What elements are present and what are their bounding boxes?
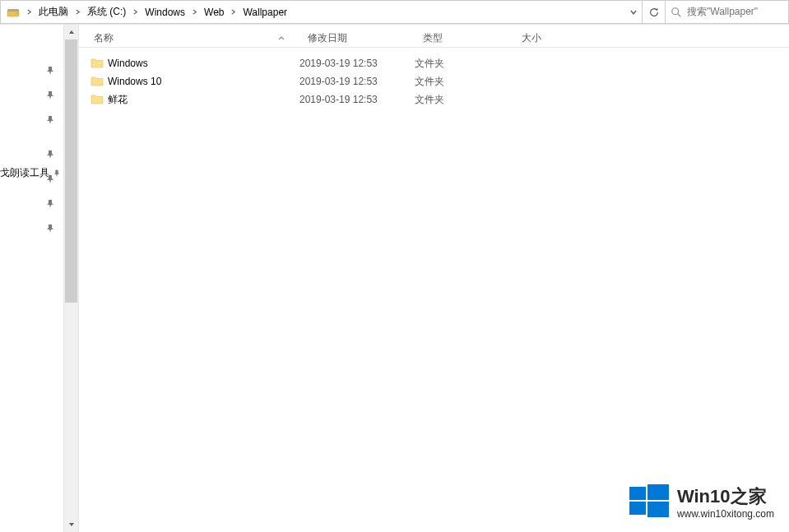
folder-icon	[91, 93, 104, 106]
search-input[interactable]: 搜索"Wallpaper"	[666, 0, 789, 24]
svg-rect-1	[7, 9, 19, 12]
search-icon	[671, 7, 682, 18]
main-area: 戈朗读工具 名称 修改日期 类型 大小	[0, 25, 789, 532]
breadcrumb-separator-icon[interactable]	[24, 9, 35, 15]
scroll-track[interactable]	[64, 39, 78, 517]
file-type: 文件夹	[415, 93, 513, 107]
file-list: Windows 2019-03-19 12:53 文件夹 Windows 10 …	[79, 48, 789, 532]
column-header-date[interactable]: 修改日期	[299, 28, 415, 49]
sidebar-item-label: 戈朗读工具	[0, 166, 49, 180]
sidebar-scrollbar[interactable]	[64, 25, 79, 532]
file-name: Windows 10	[108, 76, 161, 87]
columns-header: 名称 修改日期 类型 大小	[79, 25, 789, 48]
sort-indicator-icon	[278, 33, 285, 44]
watermark-url: www.win10xitong.com	[677, 508, 774, 520]
sidebar-quick-access: 戈朗读工具	[0, 25, 64, 532]
address-row: 此电脑 系统 (C:) Windows Web Wallpaper 搜索"Wal…	[0, 0, 789, 25]
file-row[interactable]: Windows 2019-03-19 12:53 文件夹	[79, 54, 789, 72]
file-date: 2019-03-19 12:53	[299, 58, 415, 69]
column-header-size[interactable]: 大小	[513, 28, 579, 49]
search-placeholder: 搜索"Wallpaper"	[687, 5, 758, 19]
scroll-up-button[interactable]	[64, 25, 78, 39]
svg-point-3	[672, 7, 679, 14]
sidebar-item[interactable]: 戈朗读工具	[0, 166, 61, 180]
pin-icon	[53, 169, 61, 178]
file-row[interactable]: 鲜花 2019-03-19 12:53 文件夹	[79, 90, 789, 109]
file-date: 2019-03-19 12:53	[299, 94, 415, 105]
svg-rect-7	[629, 502, 646, 515]
breadcrumb-item[interactable]: Wallpaper	[239, 1, 291, 23]
file-name: Windows	[108, 58, 148, 69]
pin-icon	[45, 199, 55, 209]
svg-rect-8	[647, 502, 669, 517]
file-list-pane: 名称 修改日期 类型 大小 Windows 2019-03-19 12:53 文…	[79, 25, 789, 532]
column-label: 修改日期	[308, 31, 347, 45]
column-header-type[interactable]: 类型	[415, 28, 513, 49]
file-type: 文件夹	[415, 57, 513, 71]
drive-icon	[6, 5, 21, 20]
svg-rect-6	[647, 484, 669, 500]
pin-icon	[45, 150, 55, 160]
svg-point-2	[16, 12, 18, 14]
pin-icon	[45, 224, 55, 234]
win10-logo-icon	[629, 482, 669, 524]
pin-icon	[45, 115, 55, 125]
file-date: 2019-03-19 12:53	[299, 76, 415, 87]
folder-icon	[91, 75, 104, 88]
svg-line-4	[678, 13, 681, 16]
breadcrumb-separator-icon[interactable]	[130, 9, 141, 15]
pin-icon	[45, 90, 55, 100]
folder-icon	[91, 57, 104, 70]
breadcrumb-separator-icon[interactable]	[72, 9, 83, 15]
column-label: 大小	[522, 31, 541, 45]
breadcrumb-item[interactable]: 系统 (C:)	[83, 1, 130, 23]
column-label: 名称	[94, 31, 114, 45]
column-header-name[interactable]: 名称	[79, 28, 299, 49]
breadcrumb-separator-icon[interactable]	[228, 9, 239, 15]
breadcrumb: 此电脑 系统 (C:) Windows Web Wallpaper	[35, 1, 291, 23]
breadcrumb-item[interactable]: Web	[200, 1, 228, 23]
watermark-title: Win10之家	[677, 486, 774, 507]
breadcrumb-item[interactable]: Windows	[141, 1, 189, 23]
breadcrumb-item[interactable]: 此电脑	[35, 1, 72, 23]
column-label: 类型	[423, 31, 443, 45]
file-name: 鲜花	[108, 93, 128, 107]
scroll-thumb[interactable]	[65, 39, 77, 303]
svg-rect-5	[629, 487, 646, 500]
pin-icon	[45, 66, 55, 76]
scroll-down-button[interactable]	[64, 517, 78, 532]
file-type: 文件夹	[415, 75, 513, 89]
history-dropdown-button[interactable]	[624, 0, 643, 24]
breadcrumb-separator-icon[interactable]	[189, 9, 200, 15]
refresh-button[interactable]	[643, 0, 666, 24]
file-row[interactable]: Windows 10 2019-03-19 12:53 文件夹	[79, 72, 789, 90]
address-bar[interactable]: 此电脑 系统 (C:) Windows Web Wallpaper	[0, 0, 625, 24]
watermark: Win10之家 www.win10xitong.com	[629, 482, 774, 524]
